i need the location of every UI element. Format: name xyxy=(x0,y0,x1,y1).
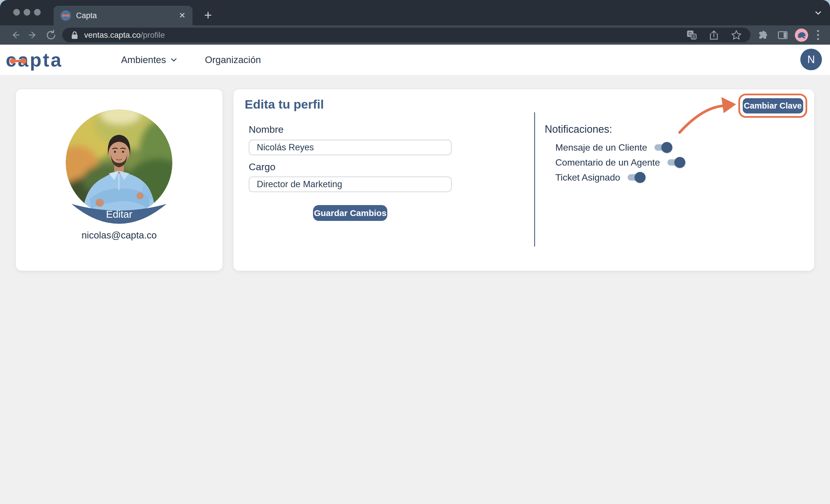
browser-toolbar: ventas.capta.co/profile G文 xyxy=(0,25,830,45)
toggle-knob xyxy=(662,142,672,153)
notifications-section: Notificaciones: Mensaje de un Cliente Co… xyxy=(545,123,684,185)
cargo-label: Cargo xyxy=(249,161,276,172)
lock-icon xyxy=(71,31,78,39)
window-zoom-icon[interactable] xyxy=(34,9,41,15)
form-title: Edita tu perfil xyxy=(245,97,324,111)
forward-icon[interactable] xyxy=(24,27,42,43)
notification-label: Comentario de un Agente xyxy=(555,157,660,168)
browser-profile-avatar[interactable] xyxy=(795,29,808,42)
annotation-arrow xyxy=(679,106,725,132)
tab-close-icon[interactable]: ✕ xyxy=(179,11,186,20)
url-host: ventas.capta.co xyxy=(84,31,141,39)
capta-favicon-icon xyxy=(61,10,71,21)
toggle-knob xyxy=(674,157,685,168)
main-content: Editar nicolas@capta.co Edita tu perfil … xyxy=(0,75,830,504)
user-email: nicolas@capta.co xyxy=(16,230,222,241)
name-input[interactable] xyxy=(249,140,452,155)
tab-strip: Capta ✕ + xyxy=(0,0,830,25)
annotation-highlight-ring: Cambiar Clave xyxy=(738,94,807,118)
reload-icon[interactable] xyxy=(42,27,60,43)
cargo-input[interactable] xyxy=(249,176,452,192)
url-text: ventas.capta.co/profile xyxy=(84,31,165,40)
notification-label: Ticket Asignado xyxy=(555,172,620,183)
profile-photo[interactable] xyxy=(66,109,172,216)
user-avatar[interactable]: N xyxy=(800,49,822,70)
notification-row-agent-comment: Comentario de un Agente xyxy=(555,155,684,170)
notification-row-client-message: Mensaje de un Cliente xyxy=(555,140,684,155)
window-close-icon[interactable] xyxy=(13,9,20,15)
notification-row-ticket-assigned: Ticket Asignado xyxy=(555,170,684,185)
translate-icon[interactable]: G文 xyxy=(687,30,697,40)
share-icon[interactable] xyxy=(709,30,719,40)
notifications-title: Notificaciones: xyxy=(545,123,684,135)
menu-dots-icon[interactable] xyxy=(812,30,824,40)
toggle-knob xyxy=(635,172,645,183)
profile-form-card: Edita tu perfil Nombre Cargo Guardar Cam… xyxy=(233,89,814,271)
nav-item-ambientes[interactable]: Ambientes xyxy=(121,55,178,65)
nav-item-organizacion[interactable]: Organización xyxy=(205,55,261,65)
window-controls[interactable] xyxy=(13,9,41,15)
extensions-puzzle-icon[interactable] xyxy=(755,27,771,43)
logo-dumbbell-icon xyxy=(10,58,27,64)
tab-title: Capta xyxy=(76,11,179,20)
browser-tab[interactable]: Capta ✕ xyxy=(54,6,193,25)
capta-logo[interactable]: capta xyxy=(6,50,63,70)
bookmark-star-icon[interactable] xyxy=(731,30,742,41)
chevron-down-icon xyxy=(170,56,178,64)
change-password-button[interactable]: Cambiar Clave xyxy=(743,98,803,113)
nav-organizacion-label: Organización xyxy=(205,55,261,65)
tabstrip-chevron-icon[interactable] xyxy=(813,8,823,19)
window-minimize-icon[interactable] xyxy=(24,9,30,15)
browser-window: Capta ✕ + ventas.capta.co/profile G文 xyxy=(0,0,830,504)
app-header: capta Ambientes Organización N xyxy=(0,45,830,75)
back-icon[interactable] xyxy=(6,27,24,43)
nav-ambientes-label: Ambientes xyxy=(121,55,166,65)
profile-photo-card: Editar nicolas@capta.co xyxy=(16,89,222,271)
svg-text:文: 文 xyxy=(692,35,696,39)
main-nav: Ambientes Organización xyxy=(121,45,261,75)
address-bar[interactable]: ventas.capta.co/profile G文 xyxy=(62,28,751,42)
toggle-ticket-assigned[interactable] xyxy=(628,174,644,180)
save-changes-button[interactable]: Guardar Cambios xyxy=(313,205,387,221)
toggle-agent-comment[interactable] xyxy=(667,159,684,166)
toggle-client-message[interactable] xyxy=(655,144,671,150)
notification-label: Mensaje de un Cliente xyxy=(555,142,647,153)
annotation-arrowhead xyxy=(721,97,736,113)
name-label: Nombre xyxy=(249,124,284,135)
side-panel-icon[interactable] xyxy=(775,27,791,43)
edit-photo-button[interactable]: Editar xyxy=(16,208,222,220)
url-path: /profile xyxy=(141,31,165,39)
new-tab-button[interactable]: + xyxy=(200,7,216,23)
